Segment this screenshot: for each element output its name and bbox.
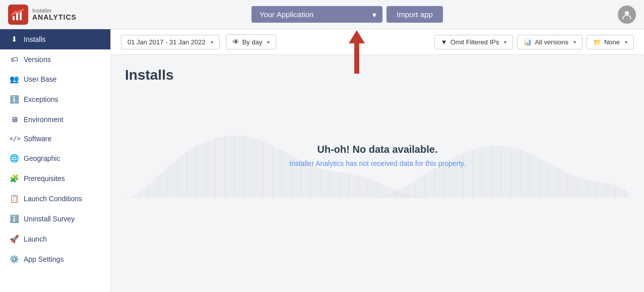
sidebar-item-user-base[interactable]: 👥 User Base <box>0 69 110 89</box>
uninstall-survey-icon: ℹ️ <box>10 214 19 223</box>
sidebar-item-prerequisites-label: Prerequisites <box>24 174 65 183</box>
sidebar-item-exceptions-label: Exceptions <box>24 95 58 103</box>
sidebar-item-software[interactable]: </> Software <box>0 129 110 148</box>
logo-icon <box>8 5 28 25</box>
empty-text-block: Uh-oh! No data available. Installer Anal… <box>289 144 466 167</box>
sidebar-item-app-settings[interactable]: ⚙️ App Settings <box>0 249 110 269</box>
folder-icon: 📁 <box>593 38 601 46</box>
none-chevron: ▾ <box>625 39 627 45</box>
app-selector[interactable]: Your Application <box>251 6 382 23</box>
header-center: Your Application Import app <box>251 6 443 23</box>
software-icon: </> <box>10 135 19 142</box>
versions-icon: 🏷 <box>10 55 19 64</box>
filter-icon: ▼ <box>441 38 447 46</box>
sidebar-item-installs-label: Installs <box>24 35 46 43</box>
granularity-value: By day <box>242 38 263 46</box>
empty-title: Uh-oh! No data available. <box>289 144 466 155</box>
date-range-picker[interactable]: 01 Jan 2017 - 31 Jan 2022 ▾ <box>121 35 220 49</box>
svg-rect-2 <box>16 13 18 20</box>
versions-chevron: ▾ <box>573 39 576 45</box>
granularity-chevron: ▾ <box>267 39 270 45</box>
sidebar-item-geographic-label: Geographic <box>24 154 60 162</box>
logo-analytics-text: ANALYTICS <box>32 14 77 21</box>
prerequisites-icon: 🧩 <box>10 174 19 183</box>
sidebar-item-prerequisites[interactable]: 🧩 Prerequisites <box>0 168 110 189</box>
app-settings-icon: ⚙️ <box>10 255 19 264</box>
main-layout: ⬇ Installs 🏷 Versions 👥 User Base ℹ️ Exc… <box>0 29 644 292</box>
versions-chart-icon: 📊 <box>524 38 532 46</box>
top-header: Installer ANALYTICS Your Application Imp… <box>0 0 644 29</box>
filter-ips-picker[interactable]: ▼ Omit Filtered IPs ▾ <box>434 35 513 49</box>
sidebar-item-geographic[interactable]: 🌐 Geographic <box>0 148 110 168</box>
page-body: Installs <box>111 55 644 292</box>
filter-ips-value: Omit Filtered IPs <box>450 38 499 46</box>
none-picker[interactable]: 📁 None ▾ <box>587 35 634 49</box>
date-range-chevron: ▾ <box>211 39 213 45</box>
sidebar-item-exceptions[interactable]: ℹ️ Exceptions <box>0 89 110 109</box>
sidebar-item-launch-label: Launch <box>24 235 47 243</box>
date-range-value: 01 Jan 2017 - 31 Jan 2022 <box>127 38 206 46</box>
svg-point-5 <box>625 11 629 15</box>
sidebar-item-app-settings-label: App Settings <box>24 255 63 263</box>
toolbar-right: ▼ Omit Filtered IPs ▾ 📊 All versions ▾ 📁… <box>434 35 634 49</box>
sidebar-item-versions-label: Versions <box>24 55 51 64</box>
sidebar-item-installs[interactable]: ⬇ Installs <box>0 29 110 49</box>
environment-icon: 🖥 <box>10 115 19 124</box>
svg-rect-1 <box>13 16 15 20</box>
launch-conditions-icon: 📋 <box>10 194 19 203</box>
sidebar-item-uninstall-survey[interactable]: ℹ️ Uninstall Survey <box>0 209 110 229</box>
toolbar: 01 Jan 2017 - 31 Jan 2022 ▾ 👁 By day ▾ ▼… <box>111 29 644 55</box>
content-area: 01 Jan 2017 - 31 Jan 2022 ▾ 👁 By day ▾ ▼… <box>111 29 644 292</box>
sidebar-item-uninstall-survey-label: Uninstall Survey <box>24 215 75 223</box>
geographic-icon: 🌐 <box>10 154 19 163</box>
exceptions-icon: ℹ️ <box>10 95 19 104</box>
sidebar-item-launch[interactable]: 🚀 Launch <box>0 229 110 249</box>
page-title: Installs <box>125 67 630 83</box>
import-app-button[interactable]: Import app <box>387 6 443 23</box>
launch-icon: 🚀 <box>10 235 19 244</box>
sidebar-item-launch-conditions-label: Launch Conditions <box>24 195 82 203</box>
app-selector-wrap: Your Application <box>251 6 382 23</box>
sidebar-item-user-base-label: User Base <box>24 75 56 83</box>
filter-ips-chevron: ▾ <box>504 39 506 45</box>
user-avatar[interactable] <box>618 6 636 24</box>
none-value: None <box>604 38 620 46</box>
user-base-icon: 👥 <box>10 75 19 84</box>
empty-subtitle: Installer Analytics has not received dat… <box>289 159 466 167</box>
logo-area: Installer ANALYTICS <box>8 5 77 25</box>
sidebar: ⬇ Installs 🏷 Versions 👥 User Base ℹ️ Exc… <box>0 29 111 292</box>
sidebar-item-software-label: Software <box>24 135 51 143</box>
sidebar-item-launch-conditions[interactable]: 📋 Launch Conditions <box>0 189 110 209</box>
sidebar-item-versions[interactable]: 🏷 Versions <box>0 49 110 69</box>
sidebar-item-environment[interactable]: 🖥 Environment <box>0 109 110 129</box>
versions-picker[interactable]: 📊 All versions ▾ <box>517 35 582 49</box>
granularity-picker[interactable]: 👁 By day ▾ <box>226 34 277 49</box>
empty-state: Uh-oh! No data available. Installer Anal… <box>125 93 630 198</box>
eye-icon: 👁 <box>232 38 239 46</box>
logo-text: Installer ANALYTICS <box>32 8 77 21</box>
installs-icon: ⬇ <box>10 35 19 44</box>
sidebar-item-environment-label: Environment <box>24 115 63 124</box>
versions-value: All versions <box>535 38 568 46</box>
